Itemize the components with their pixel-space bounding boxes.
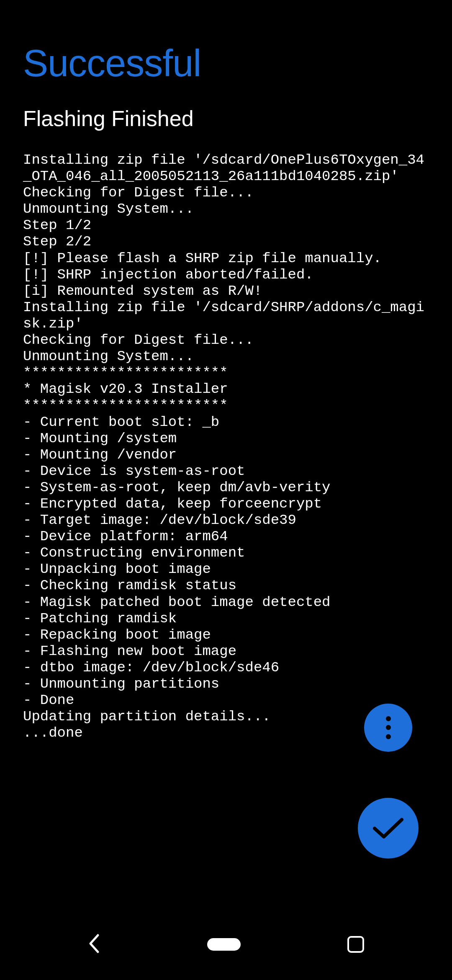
- svg-point-0: [386, 716, 391, 721]
- page-subtitle: Flashing Finished: [23, 106, 429, 131]
- confirm-button[interactable]: [358, 798, 419, 859]
- chevron-left-icon: [88, 934, 100, 954]
- recent-apps-button[interactable]: [347, 936, 364, 953]
- page-title: Successful: [23, 42, 429, 85]
- more-vert-icon: [386, 716, 391, 739]
- home-button[interactable]: [207, 938, 241, 951]
- more-options-button[interactable]: [364, 704, 412, 752]
- back-button[interactable]: [88, 934, 100, 955]
- check-icon: [372, 817, 404, 840]
- terminal-output[interactable]: Installing zip file '/sdcard/OnePlus6TOx…: [23, 152, 429, 741]
- svg-point-1: [386, 725, 391, 730]
- svg-point-2: [386, 734, 391, 739]
